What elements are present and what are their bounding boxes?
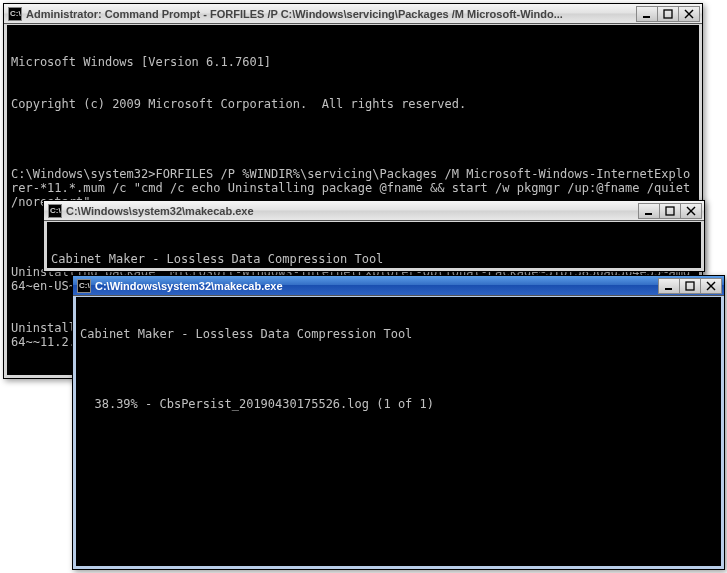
console-line: Cabinet Maker - Lossless Data Compressio… — [51, 252, 697, 266]
maximize-button[interactable] — [657, 6, 679, 22]
console-icon: C:\ — [77, 279, 91, 293]
titlebar-makecab-1[interactable]: C:\ C:\Windows\system32\makecab.exe — [44, 201, 704, 221]
console-line: 38.39% - CbsPersist_20190430175526.log (… — [80, 397, 717, 411]
window-controls — [637, 6, 700, 22]
console-line: Microsoft Windows [Version 6.1.7601] — [11, 55, 695, 69]
titlebar-cmd[interactable]: C:\ Administrator: Command Prompt - FORF… — [4, 4, 702, 24]
svg-rect-4 — [645, 213, 652, 215]
cmd-icon: C:\ — [8, 7, 22, 21]
window-controls — [659, 278, 722, 294]
title-text-makecab-2: C:\Windows\system32\makecab.exe — [95, 280, 655, 292]
close-button[interactable] — [700, 278, 722, 294]
minimize-button[interactable] — [636, 6, 658, 22]
title-text-cmd: Administrator: Command Prompt - FORFILES… — [26, 8, 633, 20]
svg-rect-9 — [686, 282, 694, 290]
maximize-button[interactable] — [679, 278, 701, 294]
close-button[interactable] — [680, 203, 702, 219]
svg-rect-5 — [666, 207, 674, 215]
minimize-button[interactable] — [638, 203, 660, 219]
svg-rect-1 — [664, 10, 672, 18]
maximize-button[interactable] — [659, 203, 681, 219]
close-button[interactable] — [678, 6, 700, 22]
svg-rect-0 — [643, 16, 650, 18]
titlebar-makecab-2[interactable]: C:\ C:\Windows\system32\makecab.exe — [73, 276, 724, 296]
console-output-makecab-2: Cabinet Maker - Lossless Data Compressio… — [76, 297, 721, 566]
console-line: Cabinet Maker - Lossless Data Compressio… — [80, 327, 717, 341]
svg-rect-8 — [665, 288, 672, 290]
console-icon: C:\ — [48, 204, 62, 218]
window-makecab-1[interactable]: C:\ C:\Windows\system32\makecab.exe Cabi… — [43, 200, 705, 272]
minimize-button[interactable] — [658, 278, 680, 294]
window-makecab-2[interactable]: C:\ C:\Windows\system32\makecab.exe Cabi… — [72, 275, 725, 570]
console-line: Copyright (c) 2009 Microsoft Corporation… — [11, 97, 695, 111]
window-controls — [639, 203, 702, 219]
title-text-makecab-1: C:\Windows\system32\makecab.exe — [66, 205, 635, 217]
console-output-makecab-1: Cabinet Maker - Lossless Data Compressio… — [47, 222, 701, 268]
